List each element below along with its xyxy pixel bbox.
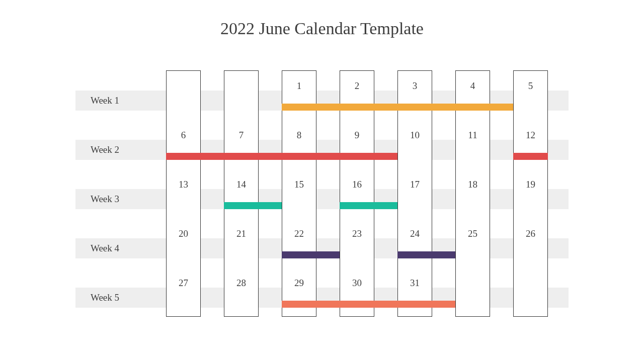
- event-bar: [340, 202, 397, 209]
- week-label: Week 3: [91, 189, 161, 209]
- event-bar: [282, 104, 513, 111]
- day-number: 16: [340, 179, 374, 190]
- day-number: 2: [340, 80, 374, 92]
- day-number: 11: [455, 130, 490, 141]
- page-title: 2022 June Calendar Template: [0, 0, 644, 38]
- day-number: 6: [166, 130, 201, 141]
- day-number: 29: [282, 278, 316, 289]
- day-number: 19: [513, 179, 548, 190]
- week-label: Week 2: [91, 140, 161, 160]
- day-number: 1: [282, 80, 316, 92]
- day-number: 20: [166, 228, 201, 239]
- day-number: 23: [340, 228, 374, 239]
- day-number: 18: [455, 179, 490, 190]
- day-number: 8: [282, 130, 316, 141]
- day-number: 13: [166, 179, 201, 190]
- day-number: 31: [397, 278, 432, 289]
- day-number: 7: [224, 130, 259, 141]
- day-number: 17: [397, 179, 432, 190]
- event-bar: [513, 153, 548, 160]
- day-number: 27: [166, 278, 201, 289]
- week-label: Week 5: [91, 288, 161, 308]
- day-number: 30: [340, 278, 374, 289]
- event-bar: [224, 202, 282, 209]
- day-number: 4: [455, 80, 490, 92]
- day-number: 26: [513, 228, 548, 239]
- event-bar: [166, 153, 397, 160]
- event-bar: [282, 301, 455, 308]
- day-number: 24: [397, 228, 432, 239]
- day-number: 12: [513, 130, 548, 141]
- week-label: Week 4: [91, 238, 161, 258]
- event-bar: [282, 251, 340, 258]
- day-number: 22: [282, 228, 316, 239]
- day-number: 28: [224, 278, 259, 289]
- day-number: 15: [282, 179, 316, 190]
- day-number: 21: [224, 228, 259, 239]
- week-label: Week 1: [91, 90, 161, 111]
- day-number: 5: [513, 80, 548, 92]
- day-number: 3: [397, 80, 432, 92]
- day-number: 25: [455, 228, 490, 239]
- day-number: 10: [397, 130, 432, 141]
- day-number: 9: [340, 130, 374, 141]
- event-bar: [397, 251, 455, 258]
- day-column: [513, 70, 548, 317]
- day-number: 14: [224, 179, 259, 190]
- calendar-grid: Week 1Week 2Week 3Week 4Week 51234567891…: [75, 70, 569, 317]
